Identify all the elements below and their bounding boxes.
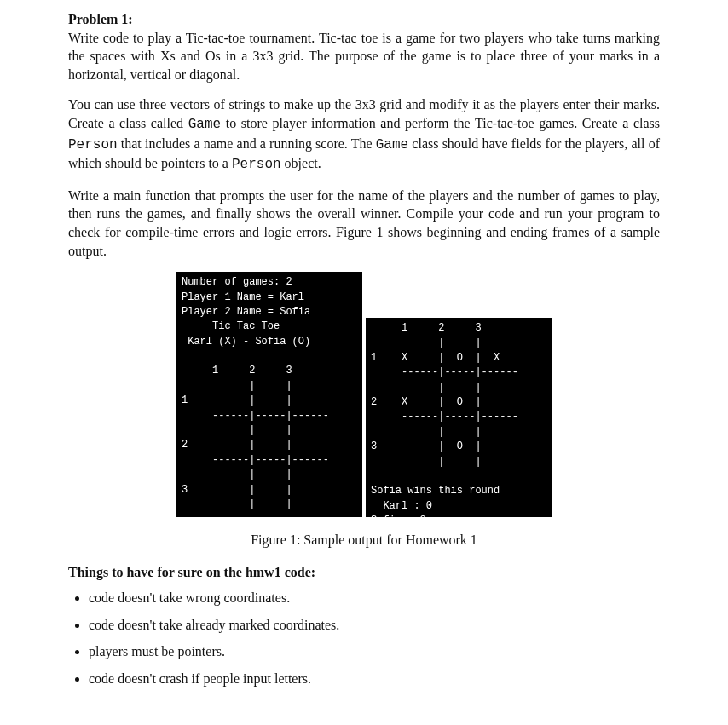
code-game-2: Game bbox=[376, 137, 408, 152]
paragraph-2: You can use three vectors of strings to … bbox=[68, 95, 660, 174]
paragraph-3: Write a main function that prompts the u… bbox=[68, 187, 660, 260]
paragraph-1: Write code to play a Tic-tac-toe tournam… bbox=[68, 31, 660, 82]
terminal-left: Number of games: 2 Player 1 Name = Karl … bbox=[176, 272, 362, 517]
code-person-2: Person bbox=[232, 157, 281, 172]
figure-caption: Figure 1: Sample output for Homework 1 bbox=[68, 532, 660, 548]
requirements-list: code doesn't take wrong coordinates. cod… bbox=[89, 589, 660, 688]
list-item: code doesn't crash if people input lette… bbox=[89, 670, 660, 688]
list-item: players must be pointers. bbox=[89, 642, 660, 661]
requirements-heading: Things to have for sure on the hmw1 code… bbox=[68, 565, 660, 580]
problem-title: Problem 1: bbox=[68, 12, 133, 26]
figure-screenshots: Number of games: 2 Player 1 Name = Karl … bbox=[68, 272, 660, 517]
code-person-1: Person bbox=[68, 137, 118, 152]
terminal-right: 1 2 3 | | 1 X | O | X ------|-----|-----… bbox=[366, 318, 552, 517]
code-game-1: Game bbox=[188, 117, 221, 132]
para2-text-e: object. bbox=[281, 156, 321, 170]
para2-text-b: to store player information and perform … bbox=[221, 116, 660, 130]
list-item: code doesn't take already marked coordin… bbox=[89, 616, 660, 635]
document-page: Problem 1: Write code to play a Tic-tac-… bbox=[0, 0, 728, 722]
para2-text-c: that includes a name and a running score… bbox=[118, 136, 376, 151]
problem-heading-block: Problem 1: Write code to play a Tic-tac-… bbox=[68, 10, 660, 83]
list-item: code doesn't take wrong coordinates. bbox=[89, 589, 660, 607]
